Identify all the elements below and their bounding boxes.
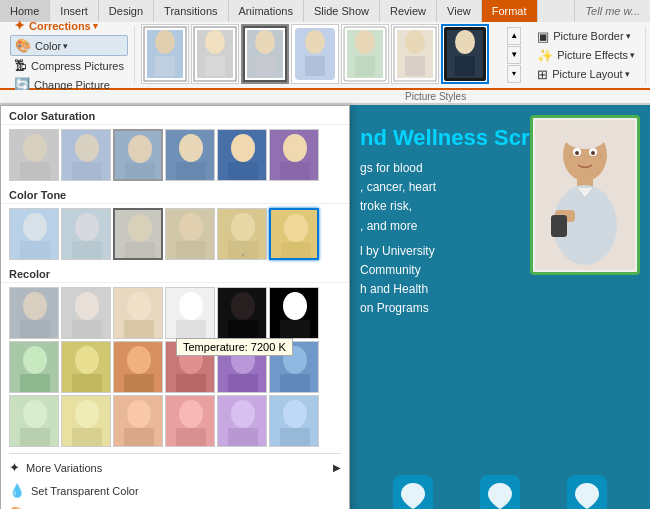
tab-review[interactable]: Review	[380, 0, 437, 22]
svg-point-81	[231, 292, 255, 320]
svg-point-62	[231, 213, 255, 241]
tone-swatch-1[interactable]	[9, 208, 59, 260]
health-icon-2	[480, 475, 520, 509]
picture-border-button[interactable]: ▣ Picture Border ▾	[533, 27, 639, 46]
main-area: Color Saturation Color Tone	[0, 105, 650, 509]
svg-point-93	[127, 346, 151, 374]
svg-rect-26	[455, 56, 475, 76]
recolor-swatch-high-contrast[interactable]	[269, 287, 319, 339]
picture-effects-icon: ✨	[537, 48, 553, 63]
svg-rect-82	[228, 320, 258, 338]
recolor-swatch-yellow[interactable]	[61, 341, 111, 393]
divider	[9, 453, 341, 454]
tone-swatch-4[interactable]	[165, 208, 215, 260]
tab-view[interactable]: View	[437, 0, 482, 22]
style-swatch-7[interactable]	[441, 24, 489, 84]
svg-point-87	[23, 346, 47, 374]
sat-swatch-5[interactable]	[217, 129, 267, 181]
style-swatch-3[interactable]	[241, 24, 289, 84]
style-swatch-2[interactable]	[191, 24, 239, 84]
recolor-swatch-red[interactable]	[165, 341, 215, 393]
slide-photo	[530, 115, 640, 275]
sat-swatch-3[interactable]	[113, 129, 163, 181]
tab-format[interactable]: Format	[482, 0, 538, 22]
more-variations-item[interactable]: ✦ More Variations ▶	[1, 456, 349, 479]
svg-point-56	[128, 214, 152, 242]
svg-point-131	[575, 151, 579, 155]
svg-text:✓: ✓	[241, 252, 246, 258]
svg-rect-7	[205, 56, 225, 76]
sat-swatch-6[interactable]	[269, 129, 319, 181]
recolor-swatch-lt-blue[interactable]	[269, 395, 319, 447]
recolor-swatch-purple[interactable]	[217, 341, 267, 393]
recolor-swatch-lt-yellow[interactable]	[61, 395, 111, 447]
picture-layout-button[interactable]: ⊞ Picture Layout ▾	[533, 65, 639, 84]
svg-rect-79	[176, 320, 206, 338]
gallery-up[interactable]: ▲	[507, 27, 521, 45]
svg-point-2	[155, 30, 175, 54]
recolor-swatch-green[interactable]	[9, 341, 59, 393]
picture-effects-button[interactable]: ✨ Picture Effects ▾	[533, 46, 639, 65]
svg-rect-45	[228, 162, 258, 180]
svg-rect-22	[405, 56, 425, 76]
picture-color-options-item[interactable]: 🎨 Picture Color Options...	[1, 502, 349, 509]
recolor-swatch-lt-green[interactable]	[9, 395, 59, 447]
tone-title: Color Tone	[1, 185, 349, 204]
svg-point-96	[179, 346, 203, 374]
recolor-swatch-grayscale[interactable]	[61, 287, 111, 339]
style-swatch-4[interactable]	[291, 24, 339, 84]
tab-animations[interactable]: Animations	[229, 0, 304, 22]
saturation-grid	[1, 125, 349, 185]
svg-point-47	[283, 134, 307, 162]
compress-button[interactable]: 🗜 Compress Pictures	[10, 56, 128, 75]
svg-point-6	[205, 30, 225, 54]
svg-rect-73	[72, 320, 102, 338]
svg-point-132	[591, 151, 595, 155]
recolor-swatch-orange[interactable]	[113, 341, 163, 393]
recolor-swatch-black[interactable]	[217, 287, 267, 339]
svg-rect-91	[72, 374, 102, 392]
picture-layout-icon: ⊞	[537, 67, 548, 82]
color-button[interactable]: 🎨 Color ▾	[10, 35, 128, 56]
svg-point-111	[127, 400, 151, 428]
tone-swatch-6[interactable]	[269, 208, 319, 260]
transparent-item[interactable]: 💧 Set Transparent Color	[1, 479, 349, 502]
tab-tell-me[interactable]: Tell me w...	[574, 0, 650, 22]
sat-swatch-1[interactable]	[9, 129, 59, 181]
style-swatch-1[interactable]	[141, 24, 189, 84]
saturation-title: Color Saturation	[1, 106, 349, 125]
svg-rect-85	[280, 320, 310, 338]
tone-swatch-5[interactable]: ✓	[217, 208, 267, 260]
svg-rect-51	[20, 241, 50, 259]
svg-rect-18	[355, 56, 375, 76]
style-swatch-6[interactable]	[391, 24, 439, 84]
recolor-swatch-bw-25[interactable]	[165, 287, 215, 339]
svg-point-13	[305, 30, 325, 54]
style-swatch-5[interactable]	[341, 24, 389, 84]
svg-rect-103	[280, 374, 310, 392]
svg-point-75	[127, 292, 151, 320]
picture-styles-gallery	[141, 24, 505, 86]
recolor-swatch-blue[interactable]	[269, 341, 319, 393]
recolor-swatch-lt-orange[interactable]	[113, 395, 163, 447]
svg-point-17	[355, 30, 375, 54]
svg-rect-97	[176, 374, 206, 392]
gallery-more[interactable]: ▾	[507, 65, 521, 83]
recolor-swatch-lt-purple[interactable]	[217, 395, 267, 447]
recolor-swatch-sepia[interactable]	[113, 287, 163, 339]
color-panel: Color Saturation Color Tone	[0, 105, 350, 509]
recolor-swatch-lt-red[interactable]	[165, 395, 215, 447]
gallery-down[interactable]: ▼	[507, 46, 521, 64]
svg-rect-67	[281, 242, 311, 260]
sat-swatch-2[interactable]	[61, 129, 111, 181]
corrections-button[interactable]: ✦ Corrections ▾	[10, 16, 128, 35]
sat-swatch-4[interactable]	[165, 129, 215, 181]
tab-slideshow[interactable]: Slide Show	[304, 0, 380, 22]
tone-swatch-2[interactable]	[61, 208, 111, 260]
tone-swatch-3[interactable]	[113, 208, 163, 260]
svg-point-117	[231, 400, 255, 428]
tab-transitions[interactable]: Transitions	[154, 0, 228, 22]
corrections-icon: ✦	[14, 18, 25, 33]
svg-rect-70	[20, 320, 50, 338]
recolor-swatch-no-recolor[interactable]	[9, 287, 59, 339]
